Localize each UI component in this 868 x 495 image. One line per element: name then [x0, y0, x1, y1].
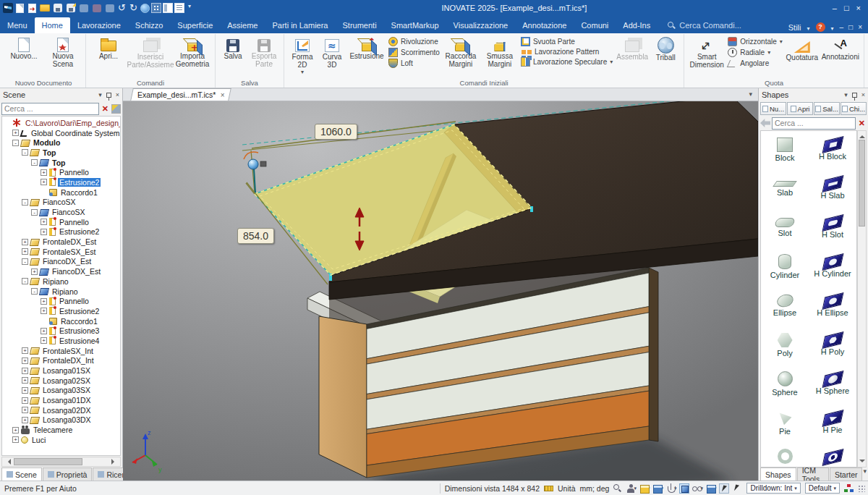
tree-expander-icon[interactable]: +: [41, 169, 47, 176]
tabs-overflow-caret-icon[interactable]: ▾: [863, 468, 867, 481]
clear-search-icon[interactable]: ✕: [857, 118, 867, 129]
svuota-parte-button[interactable]: Svuota Parte: [521, 37, 613, 46]
cabinet-side-panel[interactable]: [319, 316, 367, 478]
tree-item-18[interactable]: + Pannello: [2, 296, 120, 306]
pin-icon[interactable]: [106, 93, 111, 98]
zoom-icon[interactable]: [613, 484, 621, 492]
tree-expander-icon[interactable]: +: [22, 397, 28, 404]
shapes-scrollbar[interactable]: [857, 130, 867, 468]
panel-menu-caret-icon[interactable]: ▾: [844, 91, 848, 98]
tree-item-label[interactable]: Losanga01SX: [41, 366, 92, 375]
tree-item-label[interactable]: Estrusione2: [58, 178, 101, 187]
qat-1-icon[interactable]: [16, 4, 24, 13]
shape-item-11[interactable]: H Poly: [809, 328, 856, 367]
units-value[interactable]: mm; deg: [580, 484, 610, 493]
status-4-icon[interactable]: [679, 483, 689, 494]
ribbon-close-button[interactable]: ×: [858, 23, 862, 31]
tree-item-label[interactable]: FiancoDX_Est: [41, 257, 93, 266]
status-5-icon[interactable]: [692, 483, 702, 494]
shape-item-7[interactable]: H Cylinder: [809, 250, 856, 289]
tree-expander-icon[interactable]: +: [22, 377, 28, 384]
panel-close-icon[interactable]: ×: [861, 91, 865, 98]
qat-0-icon[interactable]: [3, 3, 13, 13]
smart-dimension-button[interactable]: Smart Dimension: [687, 35, 726, 70]
tree-item-label[interactable]: Losanga03SX: [41, 386, 92, 394]
tree-expander-icon[interactable]: -: [31, 159, 38, 166]
document-tab[interactable]: Example_desi...mT.ics* ×: [130, 88, 231, 101]
status-2-icon[interactable]: [652, 483, 663, 494]
tree-item-label[interactable]: Global Coordinate System: [30, 129, 121, 138]
importa-geometria-button[interactable]: +Importa Geometria: [173, 35, 212, 69]
ribbon-minimize-button[interactable]: –: [840, 23, 844, 31]
scorrimento-button[interactable]: Scorrimento: [388, 48, 440, 57]
qat-6-icon[interactable]: [80, 4, 88, 12]
help-button[interactable]: ?: [816, 22, 825, 32]
tree-item-label[interactable]: Pannello: [58, 168, 90, 177]
tab-icm-tools[interactable]: ICM Tools: [797, 468, 829, 481]
orizzontale-button[interactable]: Orizzontale: [728, 37, 783, 46]
tree-item-label[interactable]: Ripiano: [51, 287, 80, 296]
document-close-icon[interactable]: ×: [220, 91, 224, 99]
tree-item-label[interactable]: Telecamere: [32, 426, 74, 434]
tree-item-28[interactable]: + Losanga01DX: [2, 395, 120, 405]
qat-3-icon[interactable]: [40, 4, 50, 12]
tree-item-label[interactable]: FrontaleDX_Est: [41, 237, 98, 246]
tree-item-label[interactable]: Losanga03DX: [41, 415, 93, 424]
apri-button[interactable]: Apri...: [89, 35, 128, 62]
tree-item-label[interactable]: Estrusione3: [58, 326, 101, 335]
tree-item-label[interactable]: Ripiano: [41, 277, 70, 286]
shape-item-0[interactable]: Block: [761, 132, 809, 172]
catalog-button-0[interactable]: Nu...: [760, 102, 786, 115]
lavorazione-speculare-button[interactable]: Lavorazione Speculare: [521, 57, 613, 67]
tree-expander-icon[interactable]: -: [22, 278, 28, 284]
tree-item-label[interactable]: FrontaleSX_Int: [41, 347, 95, 355]
tree-item-20[interactable]: Raccordo1: [2, 316, 120, 326]
clear-search-icon[interactable]: ✕: [101, 103, 110, 114]
tree-item-9[interactable]: - FiancoSX: [2, 207, 120, 217]
qat-2-icon[interactable]: [28, 4, 36, 13]
shape-item-4[interactable]: Slot: [761, 211, 809, 250]
dimension-height-label[interactable]: 854.0: [237, 228, 274, 244]
shape-item-6[interactable]: Cylinder: [761, 250, 809, 289]
curva-3d-button[interactable]: Curva 3D: [318, 35, 346, 70]
tab-10[interactable]: Annotazione: [515, 17, 574, 33]
shape-item-1[interactable]: H Block: [809, 132, 856, 172]
estrusione-button[interactable]: ↑Estrusione: [346, 35, 387, 62]
tree-item-13[interactable]: + FrontaleSX_Est: [2, 247, 120, 257]
tab-9[interactable]: Visualizzazione: [446, 17, 516, 33]
tree-item-label[interactable]: Pannello: [58, 218, 90, 227]
tree-item-label[interactable]: FrontaleSX_Est: [41, 248, 98, 256]
tree-item-29[interactable]: + Losanga02DX: [2, 405, 120, 415]
status-3-icon[interactable]: [666, 483, 676, 494]
tree-item-label[interactable]: Pannello: [58, 297, 90, 305]
status-1-icon[interactable]: [639, 483, 650, 494]
tree-item-label[interactable]: Top: [51, 158, 67, 167]
quotatura-button[interactable]: Quotatura: [784, 35, 820, 63]
tree-expander-icon[interactable]: +: [41, 229, 47, 235]
tree-expander-icon[interactable]: +: [22, 407, 28, 413]
advanced-search-icon[interactable]: [111, 104, 121, 114]
triball-button[interactable]: Triball: [650, 35, 681, 63]
tree-item-30[interactable]: + Losanga03DX: [2, 415, 120, 426]
tree-expander-icon[interactable]: +: [41, 337, 47, 344]
shape-item-9[interactable]: H Ellipse: [809, 289, 856, 328]
tree-item-label[interactable]: C:\Lavoro\Dari\Emp_design_amp: [24, 119, 121, 127]
selection-grip[interactable]: [530, 206, 533, 212]
close-button[interactable]: ×: [856, 4, 861, 12]
ribbon-restore-button[interactable]: □: [848, 23, 853, 31]
tree-item-label[interactable]: Top: [41, 148, 57, 157]
shape-item-3[interactable]: H Slab: [809, 172, 856, 211]
tab-shapes[interactable]: Shapes: [760, 468, 796, 481]
tree-item-12[interactable]: + FrontaleDX_Est: [2, 237, 120, 247]
command-search[interactable]: Cerca Comandi...: [668, 17, 741, 33]
status-0-icon[interactable]: [626, 483, 636, 494]
shape-item-5[interactable]: H Slot: [809, 211, 856, 250]
tree-expander-icon[interactable]: +: [12, 436, 19, 443]
qat-12-icon[interactable]: [151, 3, 161, 13]
nuova-scena-button[interactable]: Nuova Scena: [43, 35, 82, 69]
tree-expander-icon[interactable]: +: [12, 427, 19, 433]
tree-expander-icon[interactable]: +: [22, 417, 28, 423]
tree-item-10[interactable]: + Pannello: [2, 217, 120, 227]
tree-item-21[interactable]: + Estrusione3: [2, 326, 120, 336]
qat-15-icon[interactable]: [186, 3, 196, 13]
